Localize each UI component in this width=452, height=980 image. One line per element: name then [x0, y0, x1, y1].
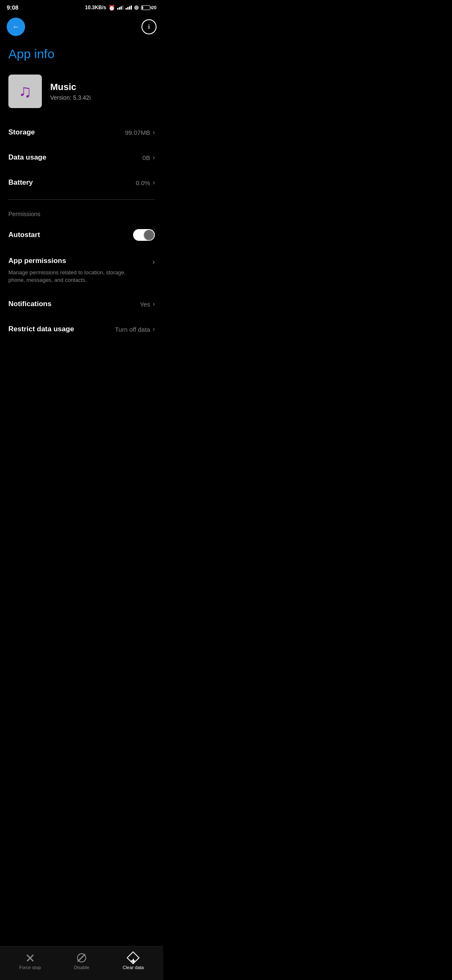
storage-value: 99.07MB ›: [125, 129, 155, 136]
app-permissions-header: App permissions ›: [8, 257, 155, 266]
status-time: 9:08: [7, 4, 18, 11]
signal-bars-2: [126, 5, 132, 10]
notifications-chevron: ›: [153, 300, 155, 308]
battery-percent: 20: [152, 5, 157, 10]
autostart-item[interactable]: Autostart: [8, 221, 155, 249]
autostart-toggle[interactable]: [133, 229, 155, 241]
app-icon: ♫: [8, 75, 42, 108]
notifications-label: Notifications: [8, 300, 51, 308]
header: ← i: [0, 13, 163, 43]
music-note-icon: ♫: [18, 81, 32, 101]
status-icons: 10.3KB/s ⏰ ⊜ 20: [85, 4, 157, 11]
back-button[interactable]: ←: [7, 18, 25, 36]
content-area: Storage 99.07MB › Data usage 0B › Batter…: [0, 120, 163, 384]
app-version: Version: 5.3.42i: [50, 94, 91, 101]
signal-bars-1: [117, 5, 123, 10]
alarm-icon: ⏰: [108, 5, 115, 11]
notifications-value: Yes ›: [140, 300, 155, 308]
battery-value: 0.0% ›: [136, 179, 155, 186]
storage-amount: 99.07MB: [125, 129, 150, 136]
restrict-data-item[interactable]: Restrict data usage Turn off data ›: [8, 317, 155, 342]
app-details: Music Version: 5.3.42i: [50, 82, 91, 101]
restrict-data-label: Restrict data usage: [8, 325, 74, 333]
settings-list: Storage 99.07MB › Data usage 0B › Batter…: [0, 120, 163, 342]
storage-label: Storage: [8, 128, 35, 137]
app-permissions-item[interactable]: App permissions › Manage permissions rel…: [8, 249, 155, 291]
notifications-item[interactable]: Notifications Yes ›: [8, 291, 155, 317]
restrict-data-status: Turn off data: [115, 326, 150, 333]
data-usage-value: 0B ›: [142, 154, 155, 161]
permissions-section-label: Permissions: [8, 204, 155, 221]
toggle-knob: [144, 230, 154, 240]
notifications-status: Yes: [140, 301, 150, 308]
autostart-toggle-container: [133, 229, 155, 241]
wifi-icon: ⊜: [134, 4, 139, 11]
storage-item[interactable]: Storage 99.07MB ›: [8, 120, 155, 145]
divider: [8, 199, 155, 200]
battery-item[interactable]: Battery 0.0% ›: [8, 170, 155, 195]
autostart-label: Autostart: [8, 231, 40, 239]
storage-chevron: ›: [153, 129, 155, 136]
app-permissions-chevron: ›: [152, 258, 155, 266]
network-speed: 10.3KB/s: [85, 5, 106, 10]
battery-label: Battery: [8, 178, 33, 187]
data-usage-amount: 0B: [142, 154, 150, 161]
app-header: ♫ Music Version: 5.3.42i: [0, 71, 163, 120]
app-permissions-title: App permissions: [8, 257, 66, 265]
info-icon: i: [148, 23, 150, 30]
restrict-data-value: Turn off data ›: [115, 325, 155, 333]
app-name: Music: [50, 82, 91, 93]
data-usage-item[interactable]: Data usage 0B ›: [8, 145, 155, 170]
battery-percent-value: 0.0%: [136, 179, 150, 186]
info-button[interactable]: i: [141, 19, 157, 34]
back-icon: ←: [12, 23, 20, 31]
app-permissions-desc: Manage permissions related to location, …: [8, 269, 155, 284]
data-usage-label: Data usage: [8, 153, 46, 162]
battery-chevron: ›: [153, 179, 155, 186]
page-title: App info: [0, 43, 163, 71]
battery-icon: [141, 5, 150, 10]
status-bar: 9:08 10.3KB/s ⏰ ⊜ 20: [0, 0, 163, 13]
restrict-data-chevron: ›: [153, 325, 155, 333]
data-usage-chevron: ›: [153, 154, 155, 161]
